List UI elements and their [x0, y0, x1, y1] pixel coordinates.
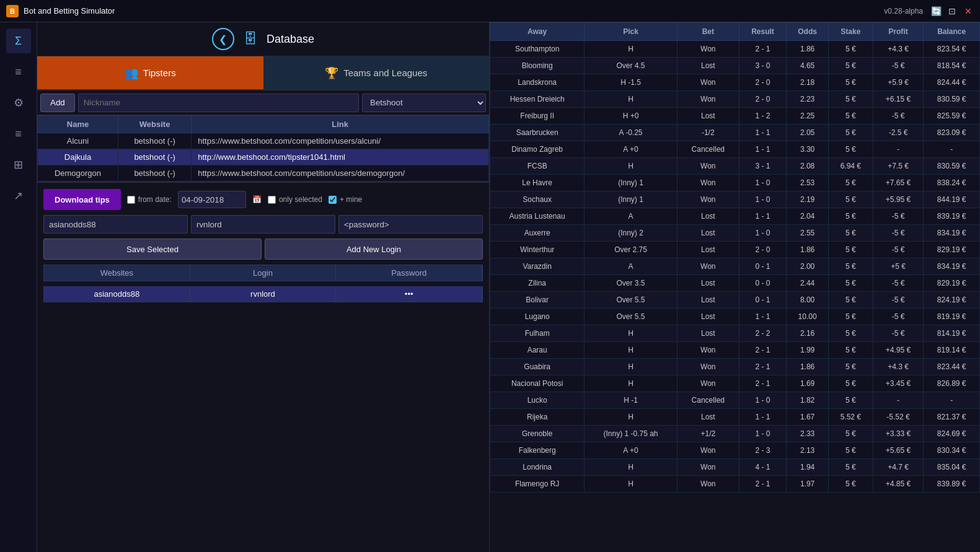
bet-stake: 5 € [829, 426, 873, 442]
sidebar-item-export[interactable]: ↗ [6, 183, 31, 208]
sidebar-item-sigma[interactable]: Σ [6, 28, 31, 53]
bet-score: 1 - 1 [739, 125, 786, 141]
bet-pick: (Inny) 1 -0.75 ah [585, 426, 677, 442]
table-row: Sochaux (Inny) 1 Won 1 - 0 2.19 5 € +5.9… [490, 191, 980, 208]
bet-balance: 839.89 € [924, 476, 980, 493]
bet-profit: -5 € [873, 208, 924, 225]
bet-result: Lost [677, 292, 739, 309]
bet-profit: +5.65 € [873, 442, 924, 459]
add-login-button[interactable]: Add New Login [265, 239, 483, 260]
bet-balance: - [924, 141, 980, 158]
table-row[interactable]: Demogorgon betshoot (-) https://www.bets… [38, 165, 489, 182]
bet-odds: 2.08 [787, 158, 829, 175]
mine-label: + mine [329, 195, 362, 204]
bet-profit: -5 € [873, 108, 924, 125]
bet-profit: -5 € [873, 225, 924, 242]
bet-odds: 2.53 [787, 175, 829, 191]
restore-icon[interactable]: ⊡ [947, 6, 958, 17]
bet-away: Bolivar [490, 292, 585, 309]
bet-stake: 5 € [829, 442, 873, 459]
left-panel: ❮ 🗄 Database 👥 Tipsters 🏆 Teams and Leag… [37, 22, 490, 552]
table-row: Le Havre (Inny) 1 Won 1 - 0 2.53 5 € +7.… [490, 175, 980, 191]
bet-pick: H -1 [585, 392, 677, 409]
close-icon[interactable]: ✕ [963, 6, 974, 17]
bet-balance: 823.44 € [924, 359, 980, 375]
col-link: Link [192, 116, 489, 133]
table-row[interactable]: Alcuni betshoot (-) https://www.betshoot… [38, 133, 489, 149]
bet-pick: H [585, 375, 677, 392]
bet-score: 0 - 1 [739, 292, 786, 309]
bet-pick: H [585, 476, 677, 493]
sidebar-item-settings[interactable]: ⚙ [6, 90, 31, 115]
login-field[interactable] [191, 215, 335, 234]
date-input[interactable] [178, 191, 246, 208]
bet-score: 1 - 0 [739, 392, 786, 409]
add-button[interactable]: Add [40, 94, 75, 112]
bet-result: Won [677, 476, 739, 493]
tab-bar: 👥 Tipsters 🏆 Teams and Leagues [37, 56, 489, 90]
bet-odds: 2.25 [787, 108, 829, 125]
bet-balance: 819.19 € [924, 309, 980, 325]
bet-score: 0 - 0 [739, 275, 786, 292]
database-icon: 🗄 [244, 31, 257, 47]
bet-balance: 838.24 € [924, 175, 980, 191]
table-row[interactable]: Dajkula betshoot (-) http://www.betshoot… [38, 149, 489, 165]
minimize-icon[interactable]: 🔄 [930, 6, 942, 17]
sidebar-item-chart[interactable]: ≡ [6, 59, 31, 84]
table-row: Fulham H Lost 2 - 2 2.16 5 € -5 € 814.19… [490, 325, 980, 342]
bet-balance: 829.19 € [924, 242, 980, 258]
sidebar-item-list[interactable]: ≡ [6, 121, 31, 146]
sidebar-item-grid[interactable]: ⊞ [6, 152, 31, 177]
bet-odds: 1.86 [787, 41, 829, 58]
bet-away: FCSB [490, 158, 585, 175]
bets-col-odds: Odds [787, 23, 829, 41]
bet-pick: A +0 [585, 442, 677, 459]
username-field[interactable] [43, 215, 188, 234]
bet-profit: +4.3 € [873, 359, 924, 375]
bet-profit: - [873, 141, 924, 158]
bets-col-bet: Bet [677, 23, 739, 41]
table-row: Blooming Over 4.5 Lost 3 - 0 4.65 5 € -5… [490, 58, 980, 74]
bets-table: Away Pick Bet Result Odds Stake Profit B… [490, 22, 980, 493]
main-layout: Σ ≡ ⚙ ≡ ⊞ ↗ ❮ 🗄 Database 👥 Tipsters 🏆 [0, 22, 980, 552]
bet-stake: 5 € [829, 141, 873, 158]
teams-icon: 🏆 [325, 66, 338, 80]
bet-balance: 814.19 € [924, 325, 980, 342]
bet-score: 1 - 0 [739, 426, 786, 442]
bet-stake: 5 € [829, 359, 873, 375]
bet-balance: 834.19 € [924, 258, 980, 275]
website-select[interactable]: Betshoot BetExplorer Tipico [362, 94, 486, 112]
bet-pick: H [585, 342, 677, 359]
bet-score: 2 - 1 [739, 342, 786, 359]
bet-result: Lost [677, 409, 739, 426]
mine-checkbox[interactable] [329, 196, 337, 204]
bet-odds: 2.13 [787, 442, 829, 459]
bet-away: Nacional Potosi [490, 375, 585, 392]
table-row: Bolivar Over 5.5 Lost 0 - 1 8.00 5 € -5 … [490, 292, 980, 309]
only-selected-checkbox[interactable] [268, 196, 276, 204]
bet-odds: 2.00 [787, 258, 829, 275]
bet-profit: +5 € [873, 258, 924, 275]
bet-stake: 5 € [829, 342, 873, 359]
table-row: Grenoble (Inny) 1 -0.75 ah +1/2 1 - 0 2.… [490, 426, 980, 442]
bet-score: 1 - 2 [739, 108, 786, 125]
tab-teams[interactable]: 🏆 Teams and Leagues [263, 56, 490, 89]
bet-profit: -5 € [873, 242, 924, 258]
bet-result: Lost [677, 325, 739, 342]
bet-result: Lost [677, 275, 739, 292]
bet-odds: 1.69 [787, 375, 829, 392]
bet-away: Falkenberg [490, 442, 585, 459]
bet-odds: 2.44 [787, 275, 829, 292]
download-tips-button[interactable]: Download tips [43, 189, 121, 210]
bet-pick: H [585, 91, 677, 108]
save-selected-button[interactable]: Save Selected [43, 239, 262, 260]
bet-score: 2 - 0 [739, 91, 786, 108]
login-row-password: ••• [336, 286, 482, 302]
nickname-input[interactable] [78, 94, 359, 112]
back-button[interactable]: ❮ [212, 28, 234, 50]
from-date-checkbox[interactable] [127, 196, 135, 204]
tipster-website: betshoot (-) [118, 165, 191, 182]
password-field[interactable] [338, 215, 483, 234]
bet-away: Le Havre [490, 175, 585, 191]
tab-tipsters[interactable]: 👥 Tipsters [37, 56, 263, 89]
